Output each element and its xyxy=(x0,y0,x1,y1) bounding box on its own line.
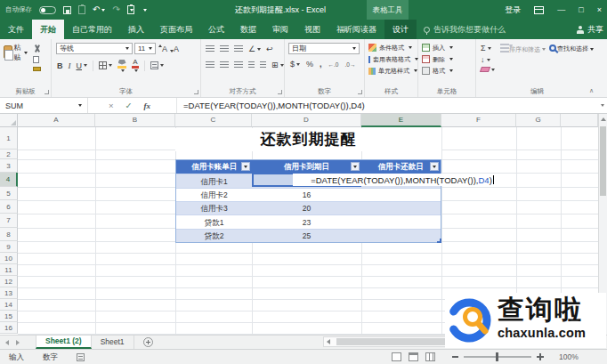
scroll-left-icon[interactable] xyxy=(327,339,330,344)
tab-formulas[interactable]: 公式 xyxy=(200,20,232,39)
sheet-tab-active[interactable]: Sheet1 (2) xyxy=(36,336,92,349)
insert-cells-button[interactable]: 插入 xyxy=(418,42,475,53)
tab-home[interactable]: 开始 xyxy=(32,20,64,39)
accounting-format-button[interactable]: $ xyxy=(290,60,300,69)
page-layout-view-icon[interactable] xyxy=(409,352,418,361)
cell-D7[interactable]: 23 xyxy=(252,215,360,229)
merge-center-button[interactable]: ⊞ xyxy=(271,61,284,69)
cell-styles-button[interactable]: 单元格样式 xyxy=(365,65,417,77)
italic-button[interactable]: I xyxy=(69,61,71,70)
filter-dropdown-icon[interactable] xyxy=(430,162,439,171)
fill-button[interactable]: ↓ xyxy=(481,55,495,64)
decrease-indent-icon[interactable] xyxy=(248,61,255,69)
tab-data[interactable]: 数据 xyxy=(232,20,264,39)
cell-C6[interactable]: 信用卡3 xyxy=(176,202,252,214)
row-header-15[interactable]: 15 xyxy=(0,311,18,322)
macro-record-icon[interactable] xyxy=(77,353,85,361)
column-header-D[interactable]: D xyxy=(252,114,361,127)
vertical-scroll-thumb[interactable] xyxy=(600,126,606,196)
row-header-16[interactable]: 16 xyxy=(0,322,18,334)
column-header-E[interactable]: E xyxy=(361,114,441,127)
row-header-13[interactable]: 13 xyxy=(0,287,18,299)
font-dialog-launcher[interactable] xyxy=(194,90,198,94)
find-select-button[interactable]: 查找和选择 xyxy=(547,44,594,54)
align-top-icon[interactable] xyxy=(206,45,214,53)
table-header-due-day[interactable]: 信用卡到期日 xyxy=(252,160,360,174)
maximize-button[interactable]: □ xyxy=(579,5,583,14)
copy-icon[interactable] xyxy=(33,56,39,63)
orientation-button[interactable]: ∠ xyxy=(248,44,261,53)
row-header-8[interactable]: 8 xyxy=(0,228,18,241)
align-middle-icon[interactable] xyxy=(220,45,229,53)
format-as-table-button[interactable]: 套用表格格式 xyxy=(365,53,417,65)
sheet-tab[interactable]: Sheet1 xyxy=(92,336,134,349)
zoom-in-button[interactable] xyxy=(537,353,544,360)
prev-sheet-icon[interactable] xyxy=(5,340,9,345)
align-center-icon[interactable] xyxy=(220,61,229,69)
paste-button[interactable]: 粘贴 xyxy=(4,43,28,62)
format-cells-button[interactable]: 格式 xyxy=(418,65,475,77)
cut-icon[interactable] xyxy=(33,44,41,53)
row-header-4[interactable]: 4 xyxy=(0,173,18,187)
name-box[interactable]: SUM xyxy=(0,98,88,113)
font-family-select[interactable]: 等线 xyxy=(56,43,133,54)
save-icon[interactable] xyxy=(63,6,71,14)
table-header-repay-day[interactable]: 信用卡还款日 xyxy=(361,160,441,174)
increase-indent-icon[interactable] xyxy=(260,61,266,69)
column-header-C[interactable]: C xyxy=(175,114,252,127)
tab-design[interactable]: 设计 xyxy=(384,20,417,39)
ribbon-display-options-icon[interactable] xyxy=(534,6,544,14)
delete-cells-button[interactable]: 删除 xyxy=(418,53,475,65)
share-button[interactable]: 共享 xyxy=(577,20,607,39)
collapse-ribbon-button[interactable]: ∧ xyxy=(589,87,594,94)
cell-D5[interactable]: 16 xyxy=(252,189,360,201)
next-sheet-icon[interactable] xyxy=(16,340,20,345)
select-all-corner[interactable] xyxy=(0,114,18,127)
row-header-9[interactable]: 9 xyxy=(0,241,18,253)
sign-in-button[interactable]: 登录 xyxy=(505,4,521,16)
cell-edit-formula[interactable]: =DATE(YEAR(TODAY()),MONTH(TODAY()),D4) xyxy=(293,174,512,186)
row-header-3[interactable]: 3 xyxy=(0,159,18,173)
scroll-up-icon[interactable] xyxy=(601,117,606,121)
filter-dropdown-icon[interactable] xyxy=(241,162,250,171)
zoom-level[interactable]: 100% xyxy=(559,350,579,364)
tab-insert[interactable]: 插入 xyxy=(120,20,152,39)
redo-button[interactable]: ↷ xyxy=(112,0,119,20)
tab-file[interactable]: 文件 xyxy=(0,20,32,39)
clear-button[interactable] xyxy=(481,67,495,72)
zoom-slider-knob[interactable] xyxy=(496,352,498,361)
row-header-12[interactable]: 12 xyxy=(0,276,18,287)
expand-formula-bar-button[interactable] xyxy=(599,98,604,113)
row-header-1[interactable]: 1 xyxy=(0,127,18,150)
table-header-bill-day[interactable]: 信用卡账单日 xyxy=(176,160,252,174)
row-header-2[interactable]: 2 xyxy=(0,150,18,159)
quick-access-icon[interactable] xyxy=(78,5,85,14)
tell-me-box[interactable]: 告诉我你想要做什么 xyxy=(417,20,513,39)
cell-D8[interactable]: 25 xyxy=(252,230,360,242)
tab-custom[interactable]: 自己常用的 xyxy=(64,20,120,39)
wrap-text-button[interactable]: ↩ xyxy=(266,44,273,53)
percent-style-button[interactable]: % xyxy=(306,60,313,69)
autosum-button[interactable]: Σ xyxy=(481,44,495,53)
confirm-entry-button[interactable]: ✓ xyxy=(125,101,133,110)
cell-C8[interactable]: 贷款2 xyxy=(176,230,252,242)
filter-dropdown-icon[interactable] xyxy=(351,162,360,171)
new-sheet-button[interactable] xyxy=(143,337,153,347)
cell-E7[interactable] xyxy=(361,215,441,229)
close-button[interactable]: × xyxy=(597,5,602,14)
column-header-A[interactable]: A xyxy=(18,114,95,127)
zoom-slider[interactable] xyxy=(464,356,531,358)
page-break-view-icon[interactable] xyxy=(425,352,435,361)
table-resize-handle[interactable] xyxy=(437,239,441,243)
align-left-icon[interactable] xyxy=(206,61,214,69)
formula-input[interactable]: =DATE(YEAR(TODAY()),MONTH(TODAY()),D4) xyxy=(176,98,365,113)
font-size-select[interactable]: 11 xyxy=(134,43,156,54)
borders-button[interactable] xyxy=(99,61,112,69)
decrease-decimal-button[interactable]: .0→ xyxy=(344,61,355,68)
phonetic-guide-button[interactable] xyxy=(150,61,164,69)
number-dialog-launcher[interactable] xyxy=(358,90,362,94)
cell-E5[interactable] xyxy=(361,189,441,201)
format-painter-icon[interactable] xyxy=(33,67,41,71)
cell-D6[interactable]: 20 xyxy=(252,202,360,214)
alignment-dialog-launcher[interactable] xyxy=(278,90,282,94)
